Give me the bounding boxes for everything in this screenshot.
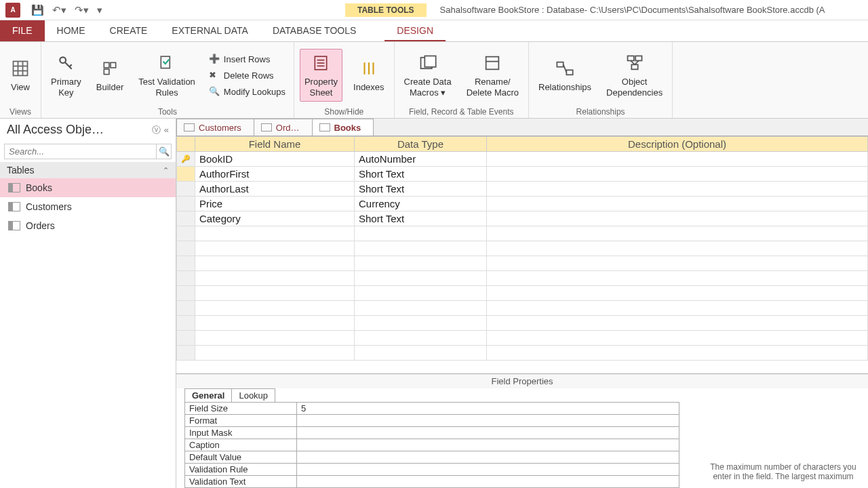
table-row-empty[interactable]	[177, 316, 868, 331]
table-row-empty[interactable]	[177, 301, 868, 316]
object-dependencies-button[interactable]: Object Dependencies	[602, 49, 667, 100]
group-label: Relationships	[534, 106, 667, 117]
nav-title: All Access Obje…	[7, 123, 149, 137]
indexes-button[interactable]: Indexes	[349, 55, 389, 96]
design-grid[interactable]: Field Name Data Type Description (Option…	[176, 136, 868, 373]
search-icon[interactable]: 🔍	[156, 144, 171, 159]
relationships-button[interactable]: Relationships	[534, 55, 595, 96]
ribbon-group-tools: Primary Key Builder Test Validation Rule…	[41, 42, 294, 118]
doc-tab-orders[interactable]: Ord…	[254, 119, 313, 136]
property-sheet-button[interactable]: Property Sheet	[300, 49, 342, 101]
svg-rect-11	[161, 57, 170, 68]
svg-rect-18	[486, 57, 499, 70]
tab-design[interactable]: DESIGN	[384, 20, 446, 41]
table-row-empty[interactable]	[177, 226, 868, 241]
nav-header[interactable]: All Access Obje… ⓥ «	[0, 119, 176, 141]
view-button[interactable]: View	[5, 55, 35, 96]
ribbon-group-events: Create Data Macros ▾ Rename/ Delete Macr…	[395, 42, 529, 118]
lookup-icon: 🔍	[209, 86, 220, 97]
nav-search: 🔍	[4, 144, 172, 159]
svg-rect-8	[104, 63, 109, 68]
key-icon	[55, 52, 77, 74]
table-icon	[8, 221, 20, 230]
redo-icon[interactable]: ↷▾	[75, 4, 89, 16]
qat-more-icon[interactable]: ▾	[97, 4, 102, 16]
access-app-icon: A	[5, 3, 20, 18]
grid-header-row: Field Name Data Type Description (Option…	[177, 137, 868, 152]
props-tab-general[interactable]: General	[184, 388, 232, 402]
prop-row[interactable]: Format	[185, 415, 679, 427]
table-row-empty[interactable]	[177, 256, 868, 271]
tab-home[interactable]: HOME	[45, 20, 98, 41]
table-row-empty[interactable]	[177, 241, 868, 256]
ribbon-group-views: View Views	[0, 42, 41, 118]
chevron-up-icon: ⌃	[163, 166, 169, 175]
table-row[interactable]: 🔑BookIDAutoNumber	[177, 152, 868, 167]
insert-row-icon: ➕	[209, 54, 220, 64]
group-label: Show/Hide	[300, 106, 389, 117]
builder-icon	[99, 58, 121, 79]
table-row-empty[interactable]	[177, 271, 868, 286]
table-row-empty[interactable]	[177, 286, 868, 301]
indexes-icon	[358, 58, 380, 79]
search-input[interactable]	[5, 144, 156, 159]
dependencies-icon	[624, 52, 646, 74]
prop-row[interactable]: Default Value	[185, 451, 679, 464]
svg-rect-10	[104, 69, 109, 75]
table-row[interactable]: AuthorFirstShort Text	[177, 167, 868, 182]
svg-rect-0	[14, 62, 28, 76]
table-row[interactable]: PriceCurrency	[177, 197, 868, 211]
insert-rows-button[interactable]: ➕Insert Rows	[206, 52, 288, 66]
save-icon[interactable]: 💾	[31, 4, 44, 16]
props-table[interactable]: Field Size5FormatInput MaskCaptionDefaul…	[184, 402, 679, 488]
prop-row[interactable]: Validation Text	[185, 476, 679, 488]
svg-rect-21	[566, 70, 572, 75]
svg-line-22	[564, 64, 567, 73]
titlebar: A 💾 ↶▾ ↷▾ ▾ TABLE TOOLS Sahalsoftware Bo…	[0, 0, 868, 20]
nav-item-customers[interactable]: Customers	[0, 197, 176, 216]
table-row[interactable]: AuthorLastShort Text	[177, 182, 868, 197]
primary-key-button[interactable]: Primary Key	[47, 49, 85, 100]
nav-item-orders[interactable]: Orders	[0, 216, 176, 235]
nav-group-tables[interactable]: Tables⌃	[0, 162, 176, 178]
rename-delete-macro-button[interactable]: Rename/ Delete Macro	[462, 49, 523, 100]
svg-rect-23	[627, 56, 633, 61]
tab-external-data[interactable]: EXTERNAL DATA	[159, 20, 260, 41]
doc-tab-books[interactable]: Books	[312, 119, 374, 136]
ribbon-tabs: FILE HOME CREATE EXTERNAL DATA DATABASE …	[0, 20, 868, 42]
doc-tab-customers[interactable]: Customers	[176, 119, 254, 136]
field-props-title: Field Properties	[176, 374, 868, 388]
prop-row[interactable]: Validation Rule	[185, 464, 679, 476]
document-tabs: Customers Ord… Books	[176, 119, 868, 136]
table-icon	[319, 123, 330, 131]
group-label: Tools	[47, 106, 288, 117]
macro-icon	[417, 52, 439, 74]
prop-row[interactable]: Caption	[185, 439, 679, 451]
prop-row[interactable]: Input Mask	[185, 427, 679, 439]
tab-create[interactable]: CREATE	[98, 20, 160, 41]
table-icon	[8, 202, 20, 211]
grid-icon	[9, 58, 31, 79]
builder-button[interactable]: Builder	[92, 55, 127, 96]
props-tab-lookup[interactable]: Lookup	[231, 388, 275, 402]
tab-file[interactable]: FILE	[0, 20, 45, 41]
create-data-macros-button[interactable]: Create Data Macros ▾	[400, 49, 456, 100]
modify-lookups-button[interactable]: 🔍Modify Lookups	[206, 85, 288, 98]
test-validation-button[interactable]: Test Validation Rules	[134, 49, 199, 100]
delete-rows-button[interactable]: ✖Delete Rows	[206, 68, 288, 82]
svg-rect-17	[425, 56, 435, 67]
table-icon	[184, 123, 195, 131]
svg-rect-24	[635, 56, 642, 61]
nav-item-books[interactable]: Books	[0, 178, 176, 197]
prop-row[interactable]: Field Size5	[185, 403, 679, 415]
nav-dropdown-icon[interactable]: ⓥ	[152, 124, 161, 136]
validation-icon	[156, 52, 178, 74]
table-row[interactable]: CategoryShort Text	[177, 211, 868, 226]
tab-database-tools[interactable]: DATABASE TOOLS	[260, 20, 368, 41]
undo-icon[interactable]: ↶▾	[52, 4, 66, 16]
table-row-empty[interactable]	[177, 346, 868, 361]
work-area: All Access Obje… ⓥ « 🔍 Tables⌃ Books Cus…	[0, 119, 868, 488]
table-row-empty[interactable]	[177, 331, 868, 346]
window-title: Sahalsoftware BookStore : Database- C:\U…	[440, 5, 825, 15]
nav-collapse-icon[interactable]: «	[164, 125, 169, 135]
